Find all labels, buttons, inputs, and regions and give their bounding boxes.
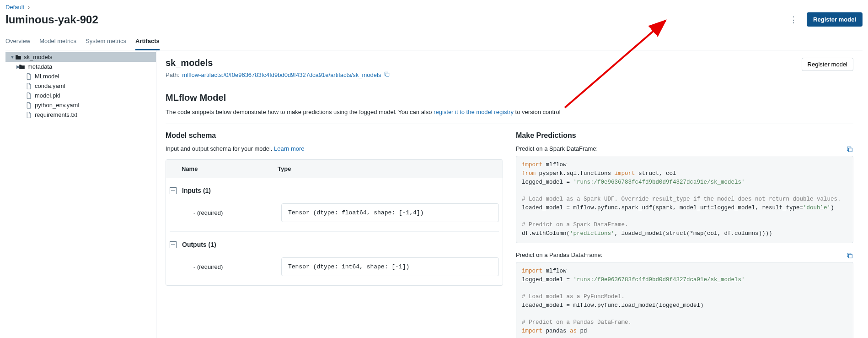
schema-item-type: Tensor (dtype: float64, shape: [-1,4]) [281,203,499,222]
tree-item-metadata[interactable]: ▶ metadata [5,62,156,71]
chevron-down-icon[interactable]: ▼ [8,55,13,60]
register-model-button[interactable]: Register model [807,12,863,27]
copy-icon[interactable] [384,71,390,79]
folder-icon [19,64,25,70]
schema-desc: Input and output schema for your model. … [166,145,503,152]
tree-item-requirements[interactable]: requirements.txt [5,110,156,120]
artifact-tree: ▼ sk_models ▶ metadata MLmodel [5,50,156,338]
tree-label: metadata [27,63,52,70]
tree-item-modelpkl[interactable]: model.pkl [5,91,156,100]
copy-icon[interactable] [846,252,853,261]
artifact-title: sk_models [166,58,390,68]
tabs: Overview Model metrics System metrics Ar… [5,35,863,50]
file-icon [26,112,32,118]
tree-item-mlmodel[interactable]: MLmodel [5,71,156,81]
svg-rect-1 [848,148,852,152]
file-icon [26,93,32,99]
pandas-code: import mlflow logged_model = 'runs:/f0e9… [516,262,853,338]
collapse-icon[interactable] [170,187,177,194]
artifact-path: mlflow-artifacts:/0/f0e9636783fc4fd9bd0d… [182,71,381,78]
folder-icon [15,55,21,60]
tree-root[interactable]: ▼ sk_models [5,52,156,62]
tree-item-conda[interactable]: conda.yaml [5,81,156,91]
chevron-right-icon[interactable]: ▶ [8,64,16,69]
chevron-right-icon: › [28,4,30,11]
tree-label: requirements.txt [35,111,77,118]
inputs-label: Inputs (1) [182,187,211,194]
tab-model-metrics[interactable]: Model metrics [39,35,76,50]
schema-table: Name Type Inputs (1) - (required) [166,159,503,286]
predictions-title: Make Predictions [516,131,853,140]
schema-item-name: - (required) [193,209,281,216]
schema-title: Model schema [166,131,503,140]
col-type: Type [278,165,487,172]
file-icon [26,73,32,80]
copy-icon[interactable] [846,146,853,154]
collapse-icon[interactable] [170,241,177,248]
more-menu-icon[interactable]: ⋮ [787,13,800,27]
schema-item-type: Tensor (dtype: int64, shape: [-1]) [281,257,499,276]
tree-label: python_env.yaml [35,102,79,109]
mlflow-model-title: MLflow Model [166,93,853,103]
spark-predict-label: Predict on a Spark DataFrame: [516,145,853,152]
mlflow-desc: The code snippets below demonstrate how … [166,109,853,115]
svg-rect-0 [386,73,389,76]
file-icon [26,102,32,109]
register-model-secondary-button[interactable]: Register model [802,58,853,71]
page-title: luminous-yak-902 [5,13,98,26]
register-link[interactable]: register it to the model registry [434,109,514,115]
breadcrumb-root[interactable]: Default [5,4,24,11]
spark-code: import mlflow from pyspark.sql.functions… [516,156,853,243]
learn-more-link[interactable]: Learn more [274,145,304,152]
svg-rect-2 [848,254,852,258]
tab-artifacts[interactable]: Artifacts [135,35,160,50]
pandas-predict-label: Predict on a Pandas DataFrame: [516,251,853,258]
tab-overview[interactable]: Overview [5,35,30,50]
schema-item-name: - (required) [193,263,281,270]
path-label: Path: [166,71,179,78]
tree-item-pythonenv[interactable]: python_env.yaml [5,100,156,110]
tree-label: conda.yaml [35,82,65,89]
outputs-label: Outputs (1) [182,241,216,248]
breadcrumb: Default › [5,4,863,11]
file-icon [26,83,32,89]
tree-label: model.pkl [35,92,60,99]
tree-label: sk_models [24,54,52,60]
tab-system-metrics[interactable]: System metrics [86,35,126,50]
tree-label: MLmodel [35,73,59,80]
col-name: Name [182,165,278,172]
